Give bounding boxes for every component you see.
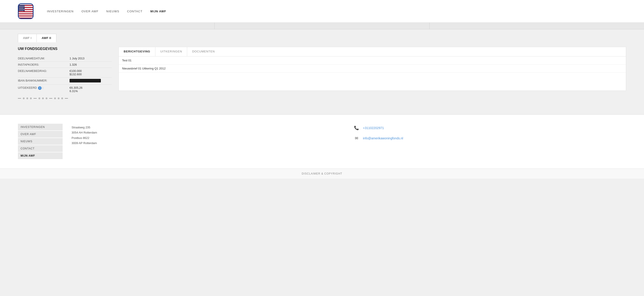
fond-row-deelnamedatum: DEELNAMEDATUM: 1 July 2013 [18,55,112,62]
value-deelnamebedrag: €100.000 $132.600 [70,68,112,78]
disclaimer-text: DISCLAIMER & COPYRIGHT [302,172,342,175]
pag-dot-7 [54,97,56,99]
pag-dot-2 [26,97,28,99]
top-bar-seg2 [215,23,429,29]
nav-over-awf[interactable]: OVER AWF [82,10,98,13]
pag-line-1 [18,98,21,99]
footer-phone-row: 📞 +31102202971 [353,125,626,131]
fond-title: UW FONDSGEGEVENS [18,47,112,52]
pag-line-4 [65,98,68,99]
fond-row-instapkoers: INSTAPKOERS: 1.326 [18,62,112,68]
value-deelnamedatum: 1 July 2013 [70,55,112,62]
panel-content: Test 01 Nieuwsbrief 01 Uitkering Q1 2012 [119,56,626,90]
footer-bottom: DISCLAIMER & COPYRIGHT [0,169,644,179]
pag-dot-4 [38,97,40,99]
footer: INVESTERINGEN OVER AWF NIEUWS CONTACT MI… [0,114,644,169]
footer-nav-mijn-awf[interactable]: MIJN AWF [18,152,62,159]
footer-nav-over-awf[interactable]: OVER AWF [18,131,62,137]
pag-line-2 [34,98,37,99]
pag-dot-3 [30,97,32,99]
label-iban: IBAN BANKNUMMER: [18,78,70,85]
value-uitgekeerd: €6.305,26 6.31% [70,85,112,94]
fond-section: UW FONDSGEGEVENS DEELNAMEDATUM: 1 July 2… [18,47,112,103]
value-instapkoers: 1.326 [70,62,112,68]
email-icon: ✉ [353,135,360,141]
panel-row-2[interactable]: Nieuwsbrief 01 Uitkering Q1 2012 [119,65,626,73]
label-instapkoers: INSTAPKOERS: [18,62,70,68]
fund-tabs: AWF I AWF II [18,34,626,42]
footer-email-link[interactable]: info@amerikawoningfonds.nl [363,136,403,140]
nav-mijn-awf[interactable]: MIJN AWF [150,10,166,13]
fond-row-iban: IBAN BANKNUMMER: [18,78,112,85]
footer-nav-nieuws[interactable]: NIEUWS [18,138,62,145]
nav-contact[interactable]: CONTACT [127,10,142,13]
header: ★★★★★ ★★★★ ★★★★★ ★★★★ INVESTERINGEN OVER… [0,0,644,23]
address-line2: 3054 AH Rotterdam [72,130,344,135]
panel-tabs: BERICHTGEVING UITKERINGEN DOCUMENTEN [119,47,626,56]
pag-dot-9 [61,97,63,99]
main-nav: INVESTERINGEN OVER AWF NIEUWS CONTACT MI… [47,10,166,13]
pag-dot-8 [58,97,60,99]
tab-awf-1[interactable]: AWF I [18,34,36,42]
iban-redacted [70,79,101,82]
fond-table: DEELNAMEDATUM: 1 July 2013 INSTAPKOERS: … [18,55,112,94]
footer-address: Straatweg 235 3054 AH Rotterdam Postbus … [72,124,344,160]
address-line3: Postbus 8622 [72,135,344,140]
panel-empty-row [119,73,626,90]
footer-nav: INVESTERINGEN OVER AWF NIEUWS CONTACT MI… [18,124,62,160]
content-wrapper: UW FONDSGEGEVENS DEELNAMEDATUM: 1 July 2… [18,47,626,103]
svg-text:★★★★★: ★★★★★ [19,6,24,7]
label-deelnamebedrag: DEELNAMEBEDRAG: [18,68,70,78]
right-panel: BERICHTGEVING UITKERINGEN DOCUMENTEN Tes… [118,47,626,91]
pag-dot-5 [42,97,44,99]
value-deelnamebedrag-usd: $132.600 [70,73,82,76]
svg-rect-5 [18,13,33,14]
top-bar-seg3 [430,23,644,29]
svg-rect-6 [18,16,33,17]
tab-berichtgeving[interactable]: BERICHTGEVING [119,47,156,56]
label-deelnamedatum: DEELNAMEDATUM: [18,55,70,62]
info-icon[interactable]: i [38,86,42,90]
value-uitgekeerd-pct: 6.31% [70,89,78,93]
footer-email-row: ✉ info@amerikawoningfonds.nl [353,135,626,141]
logo[interactable]: ★★★★★ ★★★★ ★★★★★ ★★★★ [18,3,34,19]
value-iban [70,78,112,85]
svg-text:★★★★: ★★★★ [19,8,24,9]
footer-nav-contact[interactable]: CONTACT [18,145,62,152]
label-uitgekeerd: UITGEKEERD i : [18,85,70,94]
fond-row-uitgekeerd: UITGEKEERD i : €6.305,26 6.31% [18,85,112,94]
top-bar-seg1 [0,23,215,29]
pagination [18,94,112,103]
panel-row-1[interactable]: Test 01 [119,56,626,65]
nav-nieuws[interactable]: NIEUWS [106,10,119,13]
pag-line-3 [49,98,52,99]
tab-awf-2[interactable]: AWF II [36,34,56,42]
footer-contact: 📞 +31102202971 ✉ info@amerikawoningfonds… [353,124,626,160]
pag-dot-1 [23,97,24,99]
top-bar [0,23,644,29]
address-line1: Straatweg 235 [72,125,344,130]
svg-text:★★★★★: ★★★★★ [19,9,24,10]
svg-text:★★★★: ★★★★ [19,10,24,12]
tab-uitkeringen[interactable]: UITKERINGEN [156,47,188,56]
fond-row-deelnamebedrag: DEELNAMEBEDRAG: €100.000 $132.600 [18,68,112,78]
footer-nav-investeringen[interactable]: INVESTERINGEN [18,124,62,130]
main-content: AWF I AWF II UW FONDSGEGEVENS DEELNAMEDA… [0,29,644,114]
address-line4: 3009 AP Rotterdam [72,140,344,146]
phone-icon: 📞 [353,125,360,131]
nav-investeringen[interactable]: INVESTERINGEN [47,10,74,13]
tab-documenten[interactable]: DOCUMENTEN [187,47,220,56]
footer-phone-link[interactable]: +31102202971 [363,126,384,130]
pag-dot-6 [46,97,48,99]
